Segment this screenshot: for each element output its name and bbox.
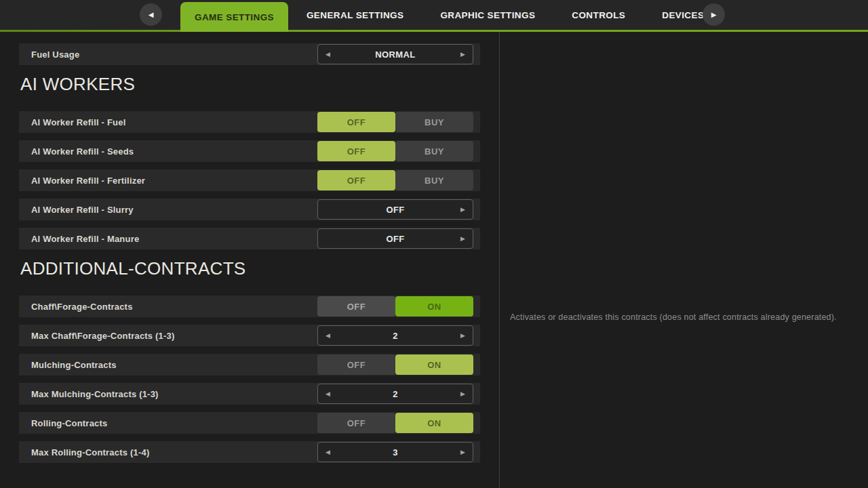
setting-control: OFFBUY [317, 170, 473, 190]
stepper-increase-icon[interactable]: ▶ [460, 207, 465, 213]
toggle-option-off[interactable]: OFF [317, 141, 395, 161]
setting-control: OFF▶ [317, 228, 473, 249]
setting-control: OFFBUY [317, 112, 473, 132]
tabs-next-button[interactable]: ▶ [703, 3, 725, 26]
stepper-value: 2 [393, 331, 398, 341]
toggle-group: OFFBUY [317, 170, 473, 190]
toggle-option-buy[interactable]: BUY [395, 141, 473, 161]
setting-control: ◀NORMAL▶ [317, 44, 473, 64]
settings-row: Chaff\Forage-ContractsOFFON [19, 296, 480, 317]
right-arrow-icon: ▶ [711, 11, 717, 18]
stepper-value: OFF [386, 234, 404, 244]
setting-control: OFF▶ [317, 199, 473, 220]
setting-control: OFFBUY [317, 141, 473, 161]
setting-label: AI Worker Refill - Slurry [31, 205, 134, 215]
value-stepper: ◀2▶ [317, 325, 473, 346]
setting-label: AI Worker Refill - Fuel [31, 117, 125, 127]
toggle-option-off[interactable]: OFF [317, 413, 395, 433]
toggle-option-off[interactable]: OFF [317, 112, 395, 132]
toggle-group: OFFON [317, 413, 473, 433]
toggle-option-buy[interactable]: BUY [395, 112, 473, 132]
stepper-decrease-icon[interactable]: ◀ [326, 449, 330, 455]
settings-panel: Fuel Usage◀NORMAL▶AI WORKERSAI Worker Re… [19, 32, 480, 470]
stepper-decrease-icon[interactable]: ◀ [326, 333, 330, 339]
setting-label: AI Worker Refill - Seeds [31, 146, 134, 157]
setting-control: ◀2▶ [317, 325, 473, 346]
setting-label: Max Mulching-Contracts (1-3) [31, 389, 159, 399]
setting-control: ◀2▶ [317, 384, 473, 404]
toggle-option-on[interactable]: ON [395, 296, 473, 317]
stepper-increase-icon[interactable]: ▶ [460, 236, 465, 242]
settings-row: Fuel Usage◀NORMAL▶ [19, 43, 480, 65]
setting-label: Max Rolling-Contracts (1-4) [31, 447, 149, 458]
toggle-option-on[interactable]: ON [395, 354, 473, 375]
left-arrow-icon: ◀ [149, 11, 154, 18]
stepper-decrease-icon[interactable]: ◀ [326, 391, 330, 397]
settings-row: Max Rolling-Contracts (1-4)◀3▶ [19, 441, 480, 463]
toggle-option-off[interactable]: OFF [317, 170, 395, 190]
stepper-value: OFF [386, 205, 404, 215]
toggle-group: OFFON [317, 354, 473, 375]
value-stepper: OFF▶ [317, 228, 473, 249]
panel-divider [499, 32, 500, 488]
tab-game-settings[interactable]: GAME SETTINGS [180, 2, 288, 32]
tab-bar-tabs: GAME SETTINGSGENERAL SETTINGSGRAPHIC SET… [180, 0, 722, 32]
setting-label: AI Worker Refill - Fertilizer [31, 176, 145, 186]
settings-row: Mulching-ContractsOFFON [19, 354, 480, 375]
setting-control: OFFON [317, 354, 473, 375]
settings-row: AI Worker Refill - ManureOFF▶ [19, 228, 480, 249]
settings-row: AI Worker Refill - SlurryOFF▶ [19, 199, 480, 220]
stepper-value: NORMAL [375, 49, 415, 60]
section-heading: AI WORKERS [20, 73, 480, 96]
tabs-prev-button[interactable]: ◀ [140, 3, 162, 26]
settings-row: AI Worker Refill - FuelOFFBUY [19, 111, 480, 133]
settings-content: Fuel Usage◀NORMAL▶AI WORKERSAI Worker Re… [0, 32, 868, 488]
setting-control: ◀3▶ [317, 442, 473, 462]
setting-label: Max Chaff\Forage-Contracts (1-3) [31, 331, 175, 341]
settings-row: Max Mulching-Contracts (1-3)◀2▶ [19, 383, 480, 405]
stepper-value: 3 [393, 447, 398, 458]
value-stepper: ◀2▶ [317, 384, 473, 404]
value-stepper: ◀3▶ [317, 442, 473, 462]
setting-description: Activates or deactivates this contracts … [510, 312, 863, 322]
setting-label: AI Worker Refill - Manure [31, 234, 139, 244]
stepper-increase-icon[interactable]: ▶ [460, 391, 465, 397]
tab-graphic-settings[interactable]: GRAPHIC SETTINGS [422, 0, 553, 30]
toggle-group: OFFON [317, 296, 473, 317]
toggle-option-off[interactable]: OFF [317, 296, 395, 317]
tab-bar: ◀ GAME SETTINGSGENERAL SETTINGSGRAPHIC S… [0, 0, 868, 30]
setting-label: Mulching-Contracts [31, 360, 117, 370]
setting-label: Fuel Usage [31, 49, 79, 60]
stepper-increase-icon[interactable]: ▶ [460, 333, 465, 339]
toggle-option-on[interactable]: ON [395, 413, 473, 433]
setting-control: OFFON [317, 296, 473, 317]
toggle-option-off[interactable]: OFF [317, 354, 395, 375]
stepper-decrease-icon[interactable]: ◀ [326, 52, 330, 58]
settings-row: Rolling-ContractsOFFON [19, 412, 480, 434]
tab-controls[interactable]: CONTROLS [553, 0, 644, 30]
settings-row: AI Worker Refill - SeedsOFFBUY [19, 140, 480, 162]
value-stepper: OFF▶ [317, 199, 473, 220]
setting-label: Chaff\Forage-Contracts [31, 302, 133, 312]
toggle-group: OFFBUY [317, 141, 473, 161]
value-stepper: ◀NORMAL▶ [317, 44, 473, 64]
setting-control: OFFON [317, 413, 473, 433]
toggle-option-buy[interactable]: BUY [395, 170, 473, 190]
settings-row: AI Worker Refill - FertilizerOFFBUY [19, 169, 480, 191]
section-heading: ADDITIONAL-CONTRACTS [20, 257, 480, 280]
stepper-increase-icon[interactable]: ▶ [460, 52, 465, 58]
settings-row: Max Chaff\Forage-Contracts (1-3)◀2▶ [19, 325, 480, 346]
stepper-value: 2 [393, 389, 398, 399]
setting-label: Rolling-Contracts [31, 418, 107, 428]
stepper-increase-icon[interactable]: ▶ [460, 449, 465, 455]
tab-general-settings[interactable]: GENERAL SETTINGS [288, 0, 422, 30]
toggle-group: OFFBUY [317, 112, 473, 132]
